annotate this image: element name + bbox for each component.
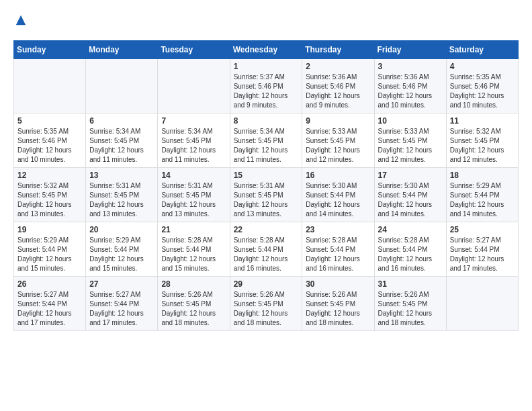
calendar-cell: 18Sunrise: 5:29 AM Sunset: 5:44 PM Dayli… bbox=[446, 168, 518, 222]
day-info: Sunrise: 5:33 AM Sunset: 5:45 PM Dayligh… bbox=[378, 127, 443, 165]
day-info: Sunrise: 5:29 AM Sunset: 5:44 PM Dayligh… bbox=[89, 236, 154, 273]
day-number: 19 bbox=[17, 225, 82, 234]
day-number: 16 bbox=[306, 171, 370, 180]
calendar-cell: 2Sunrise: 5:36 AM Sunset: 5:46 PM Daylig… bbox=[302, 59, 374, 113]
svg-marker-0 bbox=[16, 15, 26, 25]
logo bbox=[13, 13, 27, 30]
calendar-week-row: 5Sunrise: 5:35 AM Sunset: 5:46 PM Daylig… bbox=[14, 113, 519, 168]
calendar-cell: 13Sunrise: 5:31 AM Sunset: 5:45 PM Dayli… bbox=[86, 168, 158, 222]
page: SundayMondayTuesdayWednesdayThursdayFrid… bbox=[0, 0, 532, 345]
calendar-cell: 23Sunrise: 5:28 AM Sunset: 5:44 PM Dayli… bbox=[302, 222, 374, 277]
day-number: 11 bbox=[450, 116, 515, 126]
day-number: 10 bbox=[378, 116, 443, 126]
day-info: Sunrise: 5:28 AM Sunset: 5:44 PM Dayligh… bbox=[161, 236, 226, 273]
day-number: 21 bbox=[161, 225, 226, 234]
header-monday: Monday bbox=[86, 41, 158, 59]
day-info: Sunrise: 5:32 AM Sunset: 5:45 PM Dayligh… bbox=[17, 181, 82, 219]
calendar-week-row: 19Sunrise: 5:29 AM Sunset: 5:44 PM Dayli… bbox=[14, 222, 519, 277]
calendar-week-row: 12Sunrise: 5:32 AM Sunset: 5:45 PM Dayli… bbox=[14, 168, 519, 222]
calendar-cell: 29Sunrise: 5:26 AM Sunset: 5:45 PM Dayli… bbox=[230, 277, 302, 331]
day-number: 31 bbox=[378, 279, 443, 289]
calendar-table: SundayMondayTuesdayWednesdayThursdayFrid… bbox=[13, 40, 519, 331]
day-info: Sunrise: 5:28 AM Sunset: 5:44 PM Dayligh… bbox=[234, 236, 299, 273]
calendar-cell: 26Sunrise: 5:27 AM Sunset: 5:44 PM Dayli… bbox=[14, 277, 86, 331]
logo-icon bbox=[15, 14, 27, 26]
day-info: Sunrise: 5:37 AM Sunset: 5:46 PM Dayligh… bbox=[234, 73, 299, 110]
day-info: Sunrise: 5:28 AM Sunset: 5:44 PM Dayligh… bbox=[306, 236, 370, 273]
calendar-cell: 27Sunrise: 5:27 AM Sunset: 5:44 PM Dayli… bbox=[86, 277, 158, 331]
day-number: 6 bbox=[89, 116, 154, 126]
calendar-cell: 6Sunrise: 5:34 AM Sunset: 5:45 PM Daylig… bbox=[86, 113, 158, 168]
day-number: 28 bbox=[161, 279, 226, 289]
header-saturday: Saturday bbox=[446, 41, 518, 59]
day-number: 15 bbox=[234, 171, 299, 180]
day-number: 7 bbox=[161, 116, 226, 126]
calendar-cell: 30Sunrise: 5:26 AM Sunset: 5:45 PM Dayli… bbox=[302, 277, 374, 331]
day-info: Sunrise: 5:35 AM Sunset: 5:46 PM Dayligh… bbox=[17, 127, 82, 165]
day-info: Sunrise: 5:31 AM Sunset: 5:45 PM Dayligh… bbox=[161, 181, 226, 219]
day-number: 29 bbox=[234, 279, 299, 289]
calendar-cell: 12Sunrise: 5:32 AM Sunset: 5:45 PM Dayli… bbox=[14, 168, 86, 222]
day-info: Sunrise: 5:34 AM Sunset: 5:45 PM Dayligh… bbox=[89, 127, 154, 165]
calendar-cell: 4Sunrise: 5:35 AM Sunset: 5:46 PM Daylig… bbox=[446, 59, 518, 113]
day-number: 23 bbox=[306, 225, 370, 234]
header-thursday: Thursday bbox=[302, 41, 374, 59]
day-info: Sunrise: 5:26 AM Sunset: 5:45 PM Dayligh… bbox=[234, 290, 299, 328]
day-number: 3 bbox=[378, 62, 443, 71]
day-info: Sunrise: 5:34 AM Sunset: 5:45 PM Dayligh… bbox=[234, 127, 299, 165]
day-info: Sunrise: 5:29 AM Sunset: 5:44 PM Dayligh… bbox=[450, 181, 515, 219]
calendar-cell bbox=[86, 59, 158, 113]
header-friday: Friday bbox=[374, 41, 446, 59]
day-info: Sunrise: 5:27 AM Sunset: 5:44 PM Dayligh… bbox=[450, 236, 515, 273]
calendar-cell: 28Sunrise: 5:26 AM Sunset: 5:45 PM Dayli… bbox=[158, 277, 230, 331]
day-number: 9 bbox=[306, 116, 370, 126]
calendar-cell: 7Sunrise: 5:34 AM Sunset: 5:45 PM Daylig… bbox=[158, 113, 230, 168]
day-info: Sunrise: 5:31 AM Sunset: 5:45 PM Dayligh… bbox=[89, 181, 154, 219]
calendar-cell: 20Sunrise: 5:29 AM Sunset: 5:44 PM Dayli… bbox=[86, 222, 158, 277]
day-info: Sunrise: 5:35 AM Sunset: 5:46 PM Dayligh… bbox=[450, 73, 515, 110]
calendar-cell bbox=[14, 59, 86, 113]
calendar-header-row: SundayMondayTuesdayWednesdayThursdayFrid… bbox=[14, 41, 519, 59]
day-info: Sunrise: 5:29 AM Sunset: 5:44 PM Dayligh… bbox=[17, 236, 82, 273]
day-info: Sunrise: 5:27 AM Sunset: 5:44 PM Dayligh… bbox=[89, 290, 154, 328]
day-number: 4 bbox=[450, 62, 515, 71]
day-info: Sunrise: 5:26 AM Sunset: 5:45 PM Dayligh… bbox=[378, 290, 443, 328]
day-number: 5 bbox=[17, 116, 82, 126]
day-number: 8 bbox=[234, 116, 299, 126]
calendar-cell: 24Sunrise: 5:28 AM Sunset: 5:44 PM Dayli… bbox=[374, 222, 446, 277]
day-info: Sunrise: 5:30 AM Sunset: 5:44 PM Dayligh… bbox=[378, 181, 443, 219]
calendar-cell bbox=[158, 59, 230, 113]
calendar-week-row: 26Sunrise: 5:27 AM Sunset: 5:44 PM Dayli… bbox=[14, 277, 519, 331]
calendar-cell: 14Sunrise: 5:31 AM Sunset: 5:45 PM Dayli… bbox=[158, 168, 230, 222]
calendar-cell: 21Sunrise: 5:28 AM Sunset: 5:44 PM Dayli… bbox=[158, 222, 230, 277]
calendar-cell: 19Sunrise: 5:29 AM Sunset: 5:44 PM Dayli… bbox=[14, 222, 86, 277]
day-info: Sunrise: 5:32 AM Sunset: 5:45 PM Dayligh… bbox=[450, 127, 515, 165]
calendar-cell: 1Sunrise: 5:37 AM Sunset: 5:46 PM Daylig… bbox=[230, 59, 302, 113]
day-number: 26 bbox=[17, 279, 82, 289]
day-info: Sunrise: 5:28 AM Sunset: 5:44 PM Dayligh… bbox=[378, 236, 443, 273]
header-sunday: Sunday bbox=[14, 41, 86, 59]
day-number: 27 bbox=[89, 279, 154, 289]
day-info: Sunrise: 5:34 AM Sunset: 5:45 PM Dayligh… bbox=[161, 127, 226, 165]
calendar-cell: 25Sunrise: 5:27 AM Sunset: 5:44 PM Dayli… bbox=[446, 222, 518, 277]
day-number: 18 bbox=[450, 171, 515, 180]
calendar-cell: 5Sunrise: 5:35 AM Sunset: 5:46 PM Daylig… bbox=[14, 113, 86, 168]
calendar-cell: 3Sunrise: 5:36 AM Sunset: 5:46 PM Daylig… bbox=[374, 59, 446, 113]
day-info: Sunrise: 5:27 AM Sunset: 5:44 PM Dayligh… bbox=[17, 290, 82, 328]
day-info: Sunrise: 5:31 AM Sunset: 5:45 PM Dayligh… bbox=[234, 181, 299, 219]
day-info: Sunrise: 5:36 AM Sunset: 5:46 PM Dayligh… bbox=[378, 73, 443, 110]
header-tuesday: Tuesday bbox=[158, 41, 230, 59]
header bbox=[13, 13, 519, 30]
calendar-cell: 17Sunrise: 5:30 AM Sunset: 5:44 PM Dayli… bbox=[374, 168, 446, 222]
calendar-cell: 16Sunrise: 5:30 AM Sunset: 5:44 PM Dayli… bbox=[302, 168, 374, 222]
calendar-cell: 11Sunrise: 5:32 AM Sunset: 5:45 PM Dayli… bbox=[446, 113, 518, 168]
day-number: 13 bbox=[89, 171, 154, 180]
day-number: 24 bbox=[378, 225, 443, 234]
calendar-cell: 31Sunrise: 5:26 AM Sunset: 5:45 PM Dayli… bbox=[374, 277, 446, 331]
day-number: 17 bbox=[378, 171, 443, 180]
day-info: Sunrise: 5:36 AM Sunset: 5:46 PM Dayligh… bbox=[306, 73, 370, 110]
day-number: 20 bbox=[89, 225, 154, 234]
calendar-cell: 8Sunrise: 5:34 AM Sunset: 5:45 PM Daylig… bbox=[230, 113, 302, 168]
day-number: 25 bbox=[450, 225, 515, 234]
day-number: 1 bbox=[234, 62, 299, 71]
